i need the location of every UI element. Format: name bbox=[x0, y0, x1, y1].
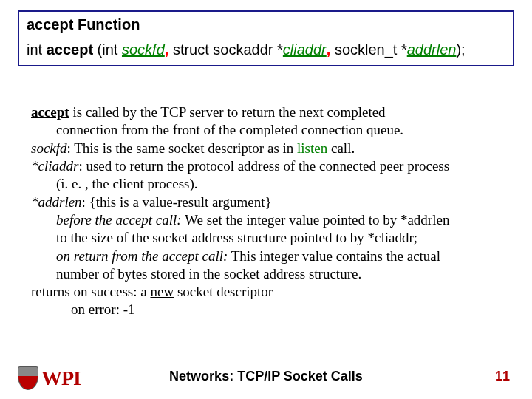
prototype-box: accept Function int accept (int sockfd, … bbox=[18, 10, 514, 66]
l3b: : This is the same socket descriptor as … bbox=[67, 140, 298, 156]
slide: accept Function int accept (int sockfd, … bbox=[0, 0, 532, 399]
footer-title: Networks: TCP/IP Socket Calls bbox=[0, 369, 532, 384]
title-word: Function bbox=[73, 16, 140, 33]
l8: to the size of the socket address struct… bbox=[31, 229, 511, 247]
l9a: on return from the accept call: bbox=[56, 248, 228, 264]
sig-arg2: cliaddr bbox=[283, 41, 327, 58]
l9b: This integer value contains the actual bbox=[228, 248, 440, 264]
prototype-title: accept Function bbox=[27, 16, 505, 33]
l4b: : used to return the protocol address of… bbox=[78, 158, 449, 174]
l2: connection from the front of the complet… bbox=[31, 121, 511, 139]
l7a: before the accept call: bbox=[56, 212, 182, 228]
sig-mid1: struct sockaddr * bbox=[168, 41, 283, 58]
sig-arg3: addrlen bbox=[407, 41, 457, 58]
l11d: socket descriptor bbox=[174, 284, 273, 299]
term-sockfd: sockfd bbox=[31, 140, 67, 156]
sig-name: accept bbox=[47, 41, 93, 58]
l3d: call. bbox=[327, 140, 355, 156]
sig-open: (int bbox=[93, 41, 122, 58]
sig-arg1: sockfd bbox=[122, 41, 165, 58]
l6b: : {this is a value-result argument} bbox=[82, 194, 272, 210]
body-text: accept is called by the TCP server to re… bbox=[31, 103, 511, 319]
l12: on error: -1 bbox=[31, 301, 511, 318]
l7b: We set the integer value pointed to by *… bbox=[182, 212, 450, 228]
sig-ret: int bbox=[27, 41, 47, 58]
prototype-signature: int accept (int sockfd, struct sockaddr … bbox=[27, 41, 505, 59]
sig-mid2: socklen_t * bbox=[330, 41, 406, 58]
term-new: new bbox=[150, 284, 174, 299]
page-number: 11 bbox=[495, 369, 510, 384]
sig-close: ); bbox=[456, 41, 465, 58]
l10: number of bytes stored in the socket add… bbox=[31, 265, 511, 283]
term-listen: listen bbox=[297, 140, 327, 156]
term-cliaddr: *cliaddr bbox=[31, 158, 78, 174]
l11b: on success: a bbox=[70, 284, 151, 299]
l5: (i. e. , the client process). bbox=[31, 175, 511, 193]
l1b: is called by the TCP server to return th… bbox=[69, 104, 386, 120]
term-returns: returns bbox=[31, 284, 70, 299]
term-addrlen: *addrlen bbox=[31, 194, 82, 210]
title-fn: accept bbox=[27, 16, 73, 33]
term-accept: accept bbox=[31, 104, 69, 120]
